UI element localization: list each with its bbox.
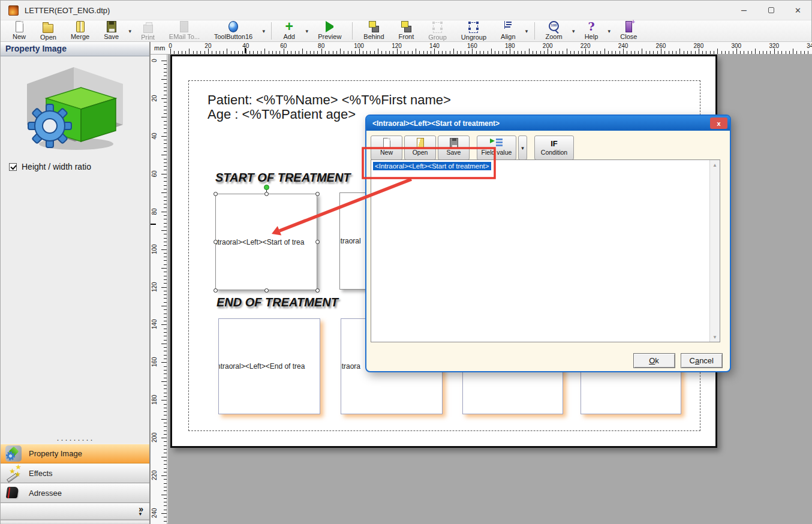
scroll-up-icon[interactable] (710, 160, 720, 170)
zoom-icon (549, 21, 559, 32)
dialog-field-value-dropdown-arrow[interactable] (518, 135, 527, 160)
toolbar-merge-button[interactable]: Merge (64, 20, 97, 41)
toolbar-align-dropdown-arrow[interactable] (523, 20, 531, 41)
left-ruler-ticks (161, 61, 167, 524)
toolbar-save-dropdown-arrow[interactable] (126, 20, 134, 41)
ruler-number: 0 (151, 56, 161, 65)
dialog-field-value-button[interactable]: Field value (477, 135, 516, 160)
toolbar-button-label: ToolButton16 (214, 32, 252, 41)
selection-handle-mid-left[interactable] (213, 240, 218, 244)
selection-handle-top-right[interactable] (315, 192, 320, 196)
maximize-button[interactable] (757, 1, 784, 20)
sidebar-panel-property-image[interactable]: Property Image (1, 444, 149, 463)
selection-handle-bottom-left[interactable] (213, 288, 218, 293)
dialog-close-button[interactable]: x (710, 118, 727, 129)
selection-handle-bottom-center[interactable] (264, 288, 269, 293)
selection-handle-top-center[interactable] (264, 192, 269, 196)
dialog-button-label: Save (447, 149, 461, 156)
toolbar-behind-button[interactable]: Behind (356, 20, 391, 41)
rotate-handle[interactable] (264, 185, 269, 190)
ruler-unit-label: mm (154, 44, 165, 52)
ruler-cursor-indicator-y (151, 224, 156, 225)
height-width-ratio-checkbox[interactable] (9, 163, 17, 171)
end-of-treatment-label[interactable]: END OF TREATMENT (216, 296, 338, 309)
ruler-number: 160 (151, 357, 161, 367)
save-icon (107, 21, 116, 32)
toolbar-button-label: Front (399, 32, 414, 41)
group-icon (433, 22, 442, 33)
dialog-title-bar[interactable]: <Intraoral><Left><Start of treatment> x (366, 116, 730, 131)
scroll-down-icon[interactable] (710, 332, 720, 342)
toolbar-help-dropdown-arrow[interactable] (605, 20, 613, 41)
dialog-actions: Ok Cancel (633, 353, 723, 368)
property-image-preview-icon (9, 61, 141, 157)
image-placeholder-end-left[interactable]: ntraoral><Left><End of trea (218, 318, 320, 414)
selection-handle-bottom-right[interactable] (315, 288, 320, 293)
dialog-button-label: New (380, 149, 393, 156)
toolbar-button-label: Group (428, 33, 447, 41)
toolbar-help-button[interactable]: Help (578, 20, 606, 41)
ruler-number: 40 (151, 131, 161, 141)
placeholder-field-text: ntraoral><Left><End of trea (218, 362, 305, 371)
title-bar: LETTER(EOT_ENG.dtp) (1, 1, 811, 20)
panel-more-bar[interactable]: » ▼ (1, 503, 149, 520)
toolbar-new-button[interactable]: New (5, 20, 33, 41)
sidebar-bottom-strip (1, 520, 149, 524)
dialog-new-button[interactable]: New (371, 135, 402, 160)
ruler-cursor-indicator-x (245, 48, 246, 53)
toolbar-add-dropdown-arrow[interactable] (303, 20, 311, 41)
dialog-condition-button[interactable]: Condition (534, 135, 574, 160)
toolbar-ungroup-button[interactable]: Ungroup (454, 20, 494, 41)
patient-merge-field-text[interactable]: Patient: <%T%Name> <%T%First name> (207, 92, 451, 108)
toolbar-open-button[interactable]: Open (33, 20, 64, 41)
sidebar-panel-effects[interactable]: Effects (1, 463, 149, 483)
top-ruler: mm 0204060801001201401601802002202402602… (151, 42, 812, 55)
start-of-treatment-label[interactable]: START OF TREATMENT (215, 171, 351, 185)
selected-field-expression[interactable]: <Intraoral><Left><Start of treatment> (373, 162, 491, 170)
toolbar-save-button[interactable]: Save (97, 20, 126, 41)
field-value-icon (490, 138, 503, 149)
panel-label: Property Image (29, 449, 82, 458)
field-expression-editor[interactable]: <Intraoral><Left><Start of treatment> (371, 159, 720, 342)
ruler-number: 180 (151, 395, 161, 405)
dialog-save-button[interactable]: Save (438, 135, 470, 160)
age-merge-field-text[interactable]: Age : <%T%Patient age> (207, 107, 356, 122)
toolbar-button-label: Ungroup (461, 33, 486, 41)
toolbar-front-button[interactable]: Front (392, 20, 422, 41)
toolbar-button-label: Zoom (546, 32, 563, 41)
app-icon (8, 5, 19, 16)
toolbar-zoom-dropdown-arrow[interactable] (570, 20, 578, 41)
toolbar-button-label: Behind (363, 32, 384, 41)
toolbar-button-label: Print (141, 33, 155, 41)
selection-handle-top-left[interactable] (213, 192, 218, 196)
placeholder-field-text: ntraora (341, 362, 360, 371)
behind-icon (369, 21, 379, 32)
toolbar-add-button[interactable]: Add (275, 20, 303, 41)
toolbar-button-label: Save (104, 32, 119, 41)
cancel-button[interactable]: Cancel (681, 353, 723, 368)
toolbar-button-label: Close (620, 32, 637, 41)
merge-icon (76, 21, 85, 32)
selection-handle-mid-right[interactable] (315, 240, 320, 244)
toolbar-toolbutton16-button[interactable]: ToolButton16 (207, 20, 260, 41)
toolbar-preview-button[interactable]: Preview (311, 20, 348, 41)
ok-button[interactable]: Ok (633, 353, 675, 368)
dialog-button-label: Condition (541, 149, 567, 156)
image-placeholder-start-left[interactable]: ntraoral><Left><Start of trea (215, 194, 317, 290)
toolbar-email-button: EMail To... (162, 20, 207, 41)
panel-label: Adressee (29, 489, 62, 498)
toolbar-close-button[interactable]: Close (613, 20, 644, 41)
minimize-button[interactable] (730, 1, 757, 20)
sidebar-panel-adressee[interactable]: Adressee (1, 483, 149, 503)
editor-scrollbar[interactable] (709, 160, 720, 342)
panel-splitter-handle[interactable] (1, 436, 149, 444)
close-window-button[interactable] (784, 1, 811, 20)
align-icon (504, 21, 512, 32)
toolbar-toolbutton16-dropdown-arrow[interactable] (260, 20, 267, 41)
toolbar-zoom-button[interactable]: Zoom (539, 20, 570, 41)
cube-gear-icon (5, 445, 22, 462)
new-document-icon (383, 138, 390, 149)
ruler-number: 120 (151, 282, 161, 292)
dialog-open-button[interactable]: Open (404, 135, 436, 160)
toolbar-align-button[interactable]: Align (494, 20, 522, 41)
